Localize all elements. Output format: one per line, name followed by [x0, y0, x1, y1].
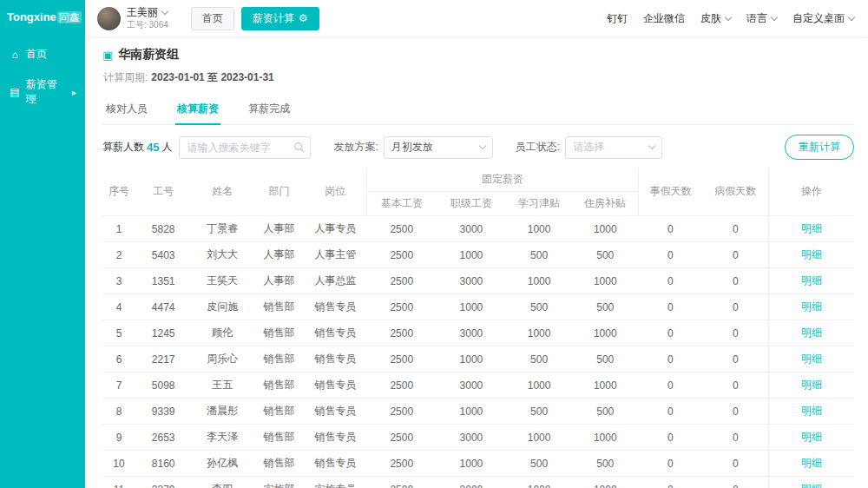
table-cell: 2500: [367, 320, 437, 346]
table-cell: 4: [102, 294, 135, 320]
salary-icon: ▤: [9, 86, 21, 98]
table-cell: 人事部: [253, 216, 304, 242]
table-cell: 1: [102, 216, 135, 242]
header-menu-item[interactable]: 语言: [746, 11, 777, 26]
avatar[interactable]: [97, 7, 121, 30]
status-label: 员工状态:: [516, 140, 560, 155]
table-cell: 0: [703, 320, 769, 346]
table-cell-actions: 明细: [769, 373, 854, 399]
header-menu-item[interactable]: 皮肤: [700, 11, 731, 26]
search-box: [179, 136, 311, 159]
tab-home[interactable]: 首页: [191, 7, 234, 30]
user-name: 王美丽: [127, 7, 158, 19]
calc-period: 计算周期:2023-01-01 至 2023-01-31: [103, 70, 854, 85]
table-cell: 500: [572, 346, 638, 373]
recalculate-button[interactable]: 重新计算: [785, 135, 854, 160]
detail-link[interactable]: 明细: [801, 431, 822, 443]
sidebar-nav: ⌂ 首页 ▤ 薪资管理 ▸: [0, 39, 85, 115]
table-cell: 销售部: [253, 373, 304, 399]
plan-select[interactable]: 月初发放: [384, 136, 493, 159]
col-header-actions: 操作: [769, 168, 854, 216]
header-menu-item[interactable]: 钉钉: [607, 11, 628, 26]
table-cell: 0: [638, 346, 702, 373]
tab-salary-calc-label: 薪资计算: [253, 11, 294, 26]
detail-link[interactable]: 明细: [801, 274, 822, 287]
tab-calc-done[interactable]: 算薪完成: [247, 95, 292, 124]
plan-label: 发放方案:: [333, 140, 378, 155]
detail-link[interactable]: 明细: [801, 353, 822, 365]
table-cell: 周乐心: [191, 346, 253, 373]
status-select[interactable]: 请选择: [565, 136, 662, 159]
user-name-dropdown[interactable]: 王美丽: [127, 7, 168, 19]
period-label: 计算周期:: [103, 71, 148, 83]
table-cell: 1000: [572, 216, 638, 242]
sidebar-item-home[interactable]: ⌂ 首页: [0, 39, 85, 69]
table-row: 25403刘大大人事部人事主管2500100050050000明细: [102, 242, 854, 268]
header-menu-item-label: 自定义桌面: [792, 11, 845, 26]
table-cell: 500: [572, 294, 638, 320]
table-cell: 3000: [437, 320, 506, 346]
table-cell: 2500: [367, 399, 437, 425]
table-cell: 销售专员: [305, 425, 367, 451]
tab-calc-salary[interactable]: 核算薪资: [175, 95, 220, 124]
filter-bar: 算薪人数 45 人 发放方案: 月初发放 员工状态: 请选择: [102, 135, 854, 160]
table-cell: 销售专员: [305, 373, 367, 399]
detail-link[interactable]: 明细: [801, 326, 822, 339]
tab-salary-calc[interactable]: 薪资计算 ⚙: [241, 7, 319, 30]
table-cell-actions: 明细: [769, 268, 854, 294]
table-cell: 5828: [135, 216, 191, 242]
logo-text-cn: 同鑫: [57, 11, 82, 23]
employee-id: 工号: 3064: [127, 20, 168, 30]
detail-link[interactable]: 明细: [801, 483, 822, 488]
table-cell: 1000: [572, 268, 638, 294]
search-icon: [293, 142, 305, 153]
table-cell: 0: [703, 242, 769, 268]
table-cell: 0: [638, 268, 702, 294]
table-cell: 实施专员: [305, 477, 367, 488]
table-cell: 2217: [135, 346, 191, 373]
table-cell: 3000: [437, 216, 506, 242]
header-menu-item[interactable]: 企业微信: [643, 11, 685, 26]
detail-link[interactable]: 明细: [801, 300, 822, 313]
table-cell: 2: [102, 242, 135, 268]
table-cell: 1000: [506, 216, 572, 242]
detail-link[interactable]: 明细: [801, 405, 822, 417]
table-cell: 0: [638, 216, 702, 242]
table-cell: 王笑天: [191, 268, 253, 294]
tab-check-staff[interactable]: 核对人员: [104, 95, 149, 124]
detail-link[interactable]: 明细: [801, 379, 822, 391]
table-cell: 3000: [437, 477, 506, 488]
table-cell: 3000: [437, 425, 506, 451]
detail-link[interactable]: 明细: [801, 457, 822, 469]
header-menu-item[interactable]: 自定义桌面: [792, 11, 854, 26]
table-row: 89339潘晨彤销售部销售专员2500100050050000明细: [102, 399, 854, 425]
table-cell: 0: [638, 320, 702, 346]
table-cell: 5403: [135, 242, 191, 268]
detail-link[interactable]: 明细: [801, 222, 822, 234]
detail-link[interactable]: 明细: [801, 248, 822, 260]
chevron-down-icon: [479, 142, 486, 149]
table-row: 62217周乐心销售部销售专员2500100050050000明细: [102, 346, 854, 373]
table-cell: 0: [703, 373, 769, 399]
table-cell: 皮问施: [191, 294, 253, 320]
table-cell-actions: 明细: [769, 216, 854, 242]
table-cell: 2500: [367, 216, 437, 242]
chevron-down-icon: [648, 142, 655, 149]
table-cell: 0: [703, 399, 769, 425]
table-cell: 0: [638, 399, 702, 425]
sidebar-item-salary-management[interactable]: ▤ 薪资管理 ▸: [0, 69, 85, 115]
table-cell: 500: [572, 242, 638, 268]
table-cell: 8: [102, 399, 135, 425]
table-cell: 7: [102, 373, 135, 399]
table-cell: 0: [703, 294, 769, 320]
chevron-right-icon: ▸: [72, 88, 76, 97]
search-input[interactable]: [179, 136, 311, 159]
table-cell: 销售部: [253, 399, 304, 425]
table-cell: 2500: [367, 373, 437, 399]
col-header-index: 序号: [102, 168, 135, 216]
table-cell: 5: [102, 320, 135, 346]
table-cell-actions: 明细: [769, 320, 854, 346]
user-meta: 王美丽 工号: 3064: [127, 7, 168, 30]
table-cell: 刘大大: [191, 242, 253, 268]
table-cell: 潘晨彤: [191, 399, 253, 425]
